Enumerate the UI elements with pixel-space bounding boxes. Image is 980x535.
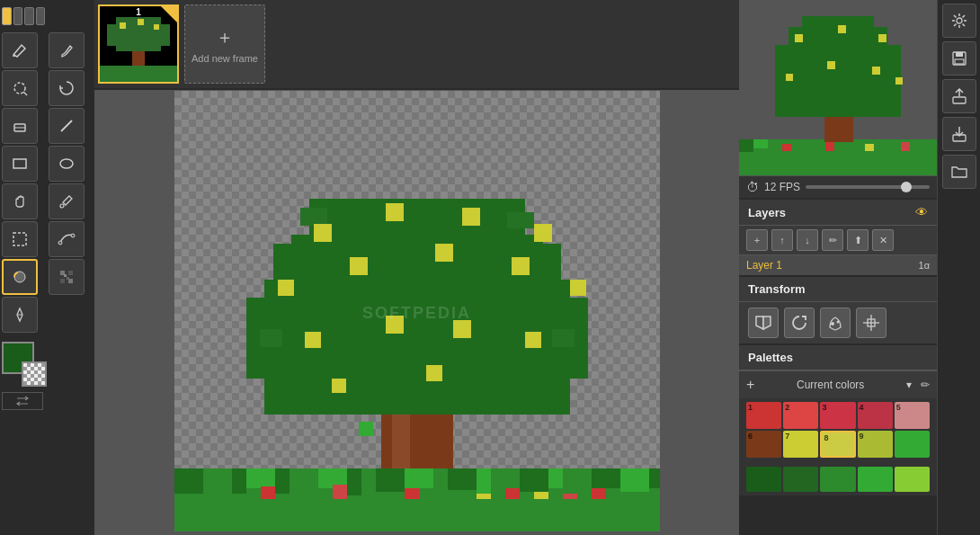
svg-rect-13 xyxy=(64,274,67,277)
layer-delete-btn[interactable]: ✕ xyxy=(872,229,894,251)
lasso-tool[interactable] xyxy=(2,70,38,106)
ink-tool[interactable] xyxy=(2,297,38,333)
add-frame-button[interactable]: ＋ Add new frame xyxy=(184,4,265,84)
palette-color-9[interactable]: 9 xyxy=(858,431,893,458)
svg-rect-72 xyxy=(386,203,404,221)
svg-rect-28 xyxy=(174,468,203,494)
svg-rect-68 xyxy=(507,212,534,228)
palette-color-3[interactable]: 3 xyxy=(820,402,855,429)
pixel-canvas-svg[interactable] xyxy=(174,91,660,531)
palette-color-13[interactable] xyxy=(820,467,855,492)
svg-rect-38 xyxy=(333,485,347,499)
palette-color-11[interactable] xyxy=(746,467,781,492)
line-tool[interactable] xyxy=(49,108,85,144)
svg-rect-46 xyxy=(405,468,433,488)
palette-color-6[interactable]: 6 xyxy=(746,431,781,458)
export-button[interactable] xyxy=(942,79,976,113)
add-frame-icon: ＋ xyxy=(216,25,234,49)
fps-slider-thumb[interactable] xyxy=(901,182,912,192)
svg-marker-106 xyxy=(756,317,763,329)
center-btn[interactable] xyxy=(856,308,886,338)
folder-button[interactable] xyxy=(942,155,976,189)
eyedropper-tool[interactable] xyxy=(49,183,85,219)
palette-edit-btn[interactable]: ✏ xyxy=(921,379,930,391)
tool-column-left xyxy=(0,0,47,535)
svg-rect-116 xyxy=(955,59,964,64)
layer-edit-btn[interactable]: ✏ xyxy=(822,229,843,251)
left-toolbar xyxy=(0,0,94,535)
palette-color-1[interactable]: 1 xyxy=(746,402,781,429)
palette-add-btn[interactable]: + xyxy=(746,377,754,393)
outline-btn[interactable] xyxy=(820,308,851,338)
layers-header: Layers 👁 xyxy=(739,200,937,225)
palette-color-2[interactable]: 2 xyxy=(783,402,818,429)
palette-color-5[interactable]: 5 xyxy=(895,402,930,429)
svg-rect-96 xyxy=(775,45,901,117)
svg-rect-69 xyxy=(260,329,282,347)
visibility-toggle[interactable]: 👁 xyxy=(915,205,928,219)
ellipse-tool[interactable] xyxy=(49,146,85,182)
swap-colors-btn[interactable] xyxy=(2,392,43,410)
palette-color-12[interactable] xyxy=(783,467,818,492)
svg-rect-90 xyxy=(753,139,768,148)
svg-rect-101 xyxy=(878,34,886,42)
rotate-btn[interactable] xyxy=(784,308,815,338)
svg-rect-30 xyxy=(232,468,246,494)
svg-rect-73 xyxy=(462,208,480,226)
layer-row[interactable]: Layer 1 1α xyxy=(739,254,937,275)
transform-panel: Transform xyxy=(739,277,937,343)
flip-h-btn[interactable] xyxy=(748,308,779,338)
preview-area xyxy=(739,0,937,175)
app-window: 1 ＋ xyxy=(0,0,980,535)
svg-rect-100 xyxy=(838,25,846,33)
svg-rect-62 xyxy=(309,199,525,253)
eraser-tool[interactable] xyxy=(2,108,38,144)
transform-toolbar xyxy=(739,301,937,343)
layer-merge-btn[interactable]: ⬆ xyxy=(847,229,869,251)
palette-color-7[interactable]: 7 xyxy=(783,431,818,458)
fps-slider[interactable] xyxy=(806,185,930,189)
svg-rect-56 xyxy=(649,468,660,488)
svg-rect-83 xyxy=(525,332,541,348)
right-section: ⏱ 12 FPS Layers 👁 + ↑ ↓ ✏ ⬆ ✕ xyxy=(739,0,980,535)
frame-dot-active[interactable] xyxy=(2,7,12,25)
layers-title: Layers xyxy=(748,206,786,219)
layer-opacity: 1α xyxy=(919,260,930,271)
svg-rect-55 xyxy=(620,468,649,492)
dither-tool[interactable] xyxy=(49,259,85,295)
svg-rect-3 xyxy=(13,233,26,245)
palette-dropdown-btn[interactable]: ▾ xyxy=(906,379,912,391)
svg-rect-31 xyxy=(246,468,275,488)
curve-tool[interactable] xyxy=(49,221,85,257)
brush-tool[interactable] xyxy=(49,32,85,68)
palettes-title: Palettes xyxy=(748,351,793,364)
background-color[interactable] xyxy=(22,361,47,387)
frame-active-indicator xyxy=(161,6,177,22)
save-frame-button[interactable] xyxy=(942,41,976,76)
rect-tool[interactable] xyxy=(2,146,38,182)
hand-tool[interactable] xyxy=(2,183,38,219)
svg-rect-84 xyxy=(332,379,346,393)
frame-dot-2[interactable] xyxy=(24,7,34,25)
import-button[interactable] xyxy=(942,117,976,151)
pencil-tool[interactable] xyxy=(2,32,38,68)
frame-thumb-1[interactable]: 1 xyxy=(98,4,179,84)
main-canvas-area[interactable]: SOFTPEDIA xyxy=(94,90,739,535)
svg-rect-32 xyxy=(275,468,290,494)
palette-color-8[interactable]: 8 xyxy=(820,431,855,458)
layer-add-btn[interactable]: + xyxy=(746,229,768,251)
frame-dot-1[interactable] xyxy=(13,7,23,25)
palette-color-10[interactable] xyxy=(895,431,930,458)
layer-down-btn[interactable]: ↓ xyxy=(797,229,818,251)
layer-up-btn[interactable]: ↑ xyxy=(771,229,793,251)
svg-rect-89 xyxy=(739,139,753,152)
frame-dot-3[interactable] xyxy=(36,7,46,25)
palette-color-14[interactable] xyxy=(858,467,893,492)
selection-tool[interactable] xyxy=(2,221,38,257)
transform-tool[interactable] xyxy=(49,70,85,106)
svg-rect-14 xyxy=(67,277,69,280)
settings-button[interactable] xyxy=(942,4,976,38)
contour-tool[interactable] xyxy=(2,259,38,295)
palette-color-15[interactable] xyxy=(895,467,930,492)
palette-color-4[interactable]: 4 xyxy=(858,402,893,429)
